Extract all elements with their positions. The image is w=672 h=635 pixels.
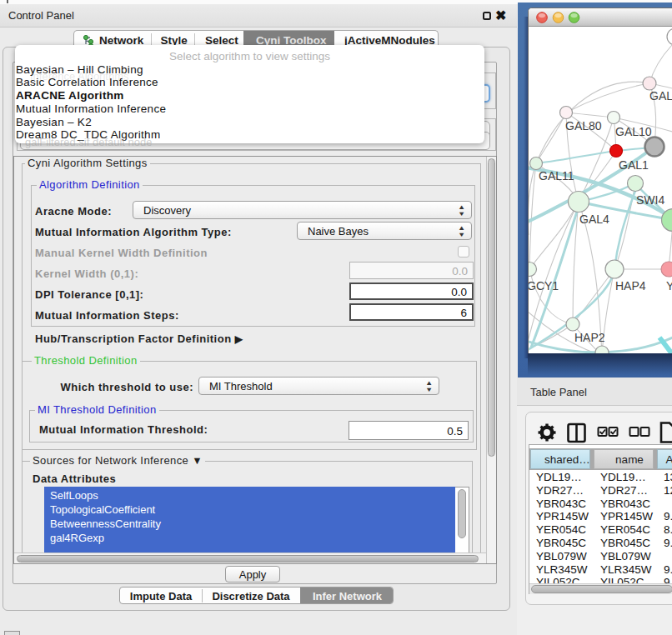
svg-text:HAP4: HAP4 — [615, 279, 646, 292]
svg-text:GAL10: GAL10 — [615, 125, 652, 138]
svg-text:HAP2: HAP2 — [574, 331, 605, 344]
svg-text:SWI4: SWI4 — [636, 193, 664, 207]
svg-text:GAL4: GAL4 — [579, 212, 609, 226]
svg-text:GAL11: GAL11 — [539, 169, 574, 182]
svg-text:GAL1: GAL1 — [619, 158, 649, 172]
svg-text:GAL2: GAL2 — [649, 89, 672, 102]
svg-text:GAL80: GAL80 — [565, 119, 602, 132]
svg-text:GCY1: GCY1 — [529, 279, 559, 292]
svg-text:Y: Y — [666, 279, 672, 292]
